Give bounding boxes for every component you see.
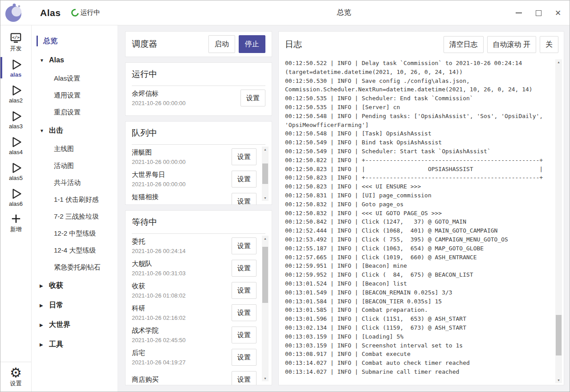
rail-item-alas2[interactable]: alas2 (0, 81, 31, 106)
scroll-down-icon[interactable]: ▼ (262, 376, 269, 381)
nav-item[interactable]: 1-1 伏击刷好感 (32, 191, 118, 208)
task-setting-button[interactable]: 设置 (232, 371, 256, 385)
nav-sidebar: 总览 ▼ Alas Alas设置 通用设置 重启设置 ▼ 出击 主线图 活动图 … (32, 25, 118, 392)
log-line: 00:12:50.530 | INFO | Save config ./conf… (285, 77, 550, 94)
nav-item[interactable]: 12-4 大型练级 (32, 242, 118, 259)
log-line: 00:13:03.159 | INFO | Screenshot interva… (285, 341, 550, 350)
task-setting-button[interactable]: 设置 (232, 260, 256, 277)
task-setting-button[interactable]: 设置 (232, 282, 256, 299)
autoscroll-off-button[interactable]: 关 (540, 36, 558, 53)
plus-icon (10, 212, 22, 225)
task-next-run-time: 2021-10-26 00:00:00 (132, 181, 186, 188)
rail-item-新增[interactable]: 新增 (0, 210, 31, 236)
task-setting-button[interactable]: 设置 (232, 304, 256, 321)
task-section-card: 队列中 潜艇图 2021-10-26 00:00:00 设置 大世界每日 202… (125, 121, 272, 205)
nav-group[interactable]: ▶ 工具 (32, 335, 118, 354)
task-list: 余烬信标 2021-10-26 00:00:00 设置 (126, 86, 272, 109)
task-name: 商店购买 (132, 376, 159, 384)
rail-item-alas3[interactable]: alas3 (0, 106, 31, 132)
task-next-run-time: 2021-10-26 00:24:14 (132, 248, 186, 254)
task-list: 委托 2021-10-26 00:24:14 设置 大舰队 2021-10-26… (126, 234, 272, 385)
section-title: 运行中 (126, 63, 272, 86)
nav-item[interactable]: 12-2 中型练级 (32, 225, 118, 242)
scroll-up-icon[interactable]: ▲ (555, 59, 562, 65)
task-name: 大舰队 (132, 260, 186, 268)
log-scrollbar[interactable]: ▲ ▼ (555, 59, 562, 383)
nav-group-label: Alas (49, 56, 64, 64)
clear-log-button[interactable]: 清空日志 (444, 36, 484, 53)
log-header: 日志 清空日志 自动滚动 开 关 (279, 32, 564, 57)
task-setting-button[interactable]: 设置 (232, 148, 256, 165)
task-setting-button[interactable]: 设置 (232, 237, 256, 254)
nav-item[interactable]: 重启设置 (32, 104, 118, 121)
section-title: 等待中 (126, 211, 272, 233)
log-line: 00:12:50.823 | INFO | <<< UI ENSURE >>> (285, 182, 550, 191)
nav-group[interactable]: ▶ 日常 (32, 295, 118, 315)
nav-item-label: 重启设置 (54, 108, 81, 117)
scrollbar-thumb[interactable] (262, 163, 268, 184)
rail-item-alas6[interactable]: alas6 (0, 184, 31, 210)
rail-item-label: alas (10, 71, 21, 78)
task-setting-button[interactable]: 设置 (232, 171, 256, 188)
log-line: 00:12:59.952 | INFO | Click ( 84, 675) @… (285, 270, 550, 279)
rail-settings-label: 设置 (10, 380, 22, 388)
task-row: 收获 2021-10-26 01:08:02 设置 (132, 279, 256, 302)
task-setting-button[interactable]: 设置 (232, 193, 256, 204)
expand-arrow-icon: ▶ (40, 303, 45, 308)
dev-monitor-icon: </> (10, 31, 22, 45)
rail-item-alas5[interactable]: alas5 (0, 158, 31, 184)
nav-group[interactable]: ▶ 收获 (32, 276, 118, 295)
rail-settings-button[interactable]: ⚙ 设置 (0, 362, 31, 392)
task-next-run-time: 2021-10-26 00:00:00 (132, 100, 186, 106)
nav-item[interactable]: 主线图 (32, 140, 118, 157)
log-line: 00:13:03.159 | INFO | [Loading] 5% (285, 332, 550, 341)
rail-item-label: alas6 (9, 200, 23, 207)
task-next-run-time: 2021-10-26 04:19:27 (132, 359, 186, 366)
rail-item-alas4[interactable]: alas4 (0, 132, 31, 158)
minimize-icon (516, 12, 522, 13)
task-setting-button[interactable]: 设置 (232, 327, 256, 343)
task-setting-button[interactable]: 设置 (232, 349, 256, 366)
scheduler-header-card: 调度器 启动 停止 (125, 31, 272, 57)
rail-bottom: ⚙ 设置 (0, 362, 31, 392)
scheduler-column: 调度器 启动 停止 运行中 余烬信标 2021-10-26 00:00:00 设… (125, 31, 272, 385)
task-name: 短猫相接 (132, 193, 186, 201)
task-setting-button[interactable]: 设置 (240, 90, 265, 106)
nav-item-label: 总览 (43, 37, 57, 46)
task-section-card: 等待中 委托 2021-10-26 00:24:14 设置 大舰队 2021-1… (125, 210, 272, 385)
scrollbar-thumb[interactable] (556, 315, 562, 355)
scheduler-stop-button[interactable]: 停止 (239, 35, 265, 53)
nav-item[interactable]: 共斗活动 (32, 174, 118, 191)
nav-item-overview[interactable]: 总览 (32, 32, 118, 50)
minimize-button[interactable] (515, 9, 522, 16)
rail-item-alas[interactable]: alas (0, 55, 31, 81)
nav-item[interactable]: 7-2 三战捡垃圾 (32, 208, 118, 225)
scroll-up-icon[interactable]: ▲ (262, 147, 269, 152)
task-next-run-time: 2021-10-26 02:16:02 (132, 314, 186, 321)
task-list-scrollbar[interactable]: ▲ ▼ (262, 236, 269, 381)
nav-item[interactable]: 紧急委托刷钻石 (32, 259, 118, 276)
log-line: 00:12:52.444 | INFO | Click (1068, 401) … (285, 226, 550, 235)
rail-item-label: alas5 (9, 175, 23, 181)
task-row: 战术学院 2021-10-26 02:45:50 设置 (132, 324, 256, 346)
scheduler-start-button[interactable]: 启动 (208, 35, 235, 53)
autoscroll-on-button[interactable]: 自动滚动 开 (487, 36, 536, 53)
scroll-down-icon[interactable]: ▼ (262, 195, 269, 201)
nav-item[interactable]: Alas设置 (32, 70, 118, 87)
log-column: 日志 清空日志 自动滚动 开 关 00:12:50.522 | INFO | D… (278, 31, 564, 385)
rail-item-开发[interactable]: </> 开发 (0, 29, 31, 55)
log-line: 00:13:14.027 | INFO | Combat auto check … (285, 359, 550, 368)
maximize-button[interactable] (535, 9, 542, 16)
task-list-scrollbar[interactable]: ▲ ▼ (262, 147, 269, 201)
scheduler-status-label: 运行中 (80, 8, 100, 17)
nav-group[interactable]: ▶ 大世界 (32, 315, 118, 335)
nav-group[interactable]: ▼ Alas (32, 50, 118, 70)
scroll-down-icon[interactable]: ▼ (555, 377, 562, 383)
nav-group[interactable]: ▼ 出击 (32, 121, 118, 140)
nav-item-label: 12-4 大型练级 (54, 246, 96, 255)
scroll-up-icon[interactable]: ▲ (262, 236, 269, 241)
close-button[interactable]: ✕ (554, 9, 562, 16)
nav-item[interactable]: 活动图 (32, 157, 118, 174)
scrollbar-thumb[interactable] (262, 247, 268, 303)
nav-item[interactable]: 通用设置 (32, 87, 118, 104)
